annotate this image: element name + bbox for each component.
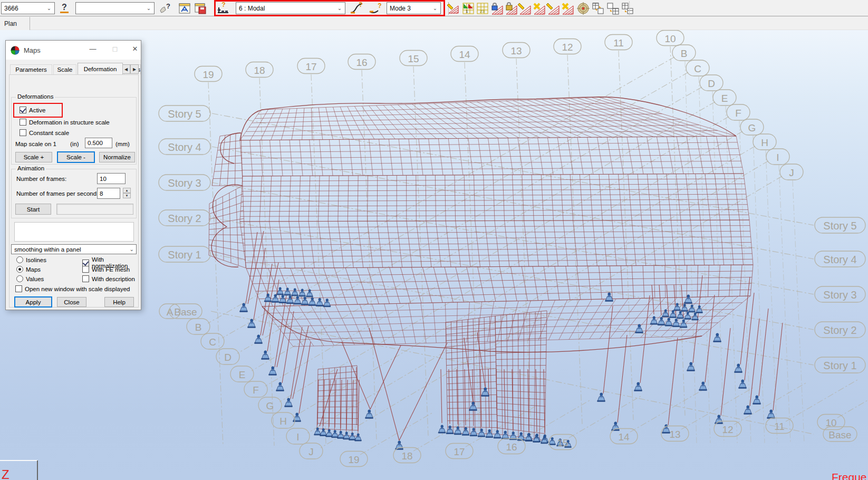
dialog-titlebar[interactable]: Maps — ◻ ✕ [6,41,141,60]
constant-scale-checkbox-box[interactable] [20,129,26,136]
smoothing-combo[interactable]: smoothing within a panel ⌄ [11,244,137,254]
isolines-label: Isolines [26,257,46,263]
apply-button[interactable]: Apply [14,296,52,308]
displacement-help-icon[interactable]: ? [368,2,382,15]
tab-scale[interactable]: Scale [53,64,76,74]
map-scale-input[interactable]: 0.500 [85,138,112,148]
frames-label: Number of frames: [16,176,66,182]
smoothing-value: smoothing within a panel [14,246,81,253]
fps-spinner[interactable]: ▲ ▼ [123,188,131,198]
unit-mm-label: (mm) [115,141,130,147]
selection-combo[interactable]: ⌄ [75,2,155,14]
center-view-icon[interactable] [576,2,590,15]
svg-text:?: ? [62,3,67,12]
svg-text:1: 1 [466,9,468,14]
open-new-window-label: Open new window with scale displayed [25,286,130,292]
locked-panel-icon[interactable] [504,2,518,15]
maps-radio[interactable]: Maps [16,266,41,273]
svg-text:?: ? [221,2,225,8]
scale-minus-button[interactable]: Scale - [57,151,95,163]
tab-plan[interactable]: Plan [0,17,30,30]
tab-parameters[interactable]: Parameters [10,64,52,74]
maps-dialog-icon [11,46,20,55]
with-description-checkbox[interactable]: With description [82,275,135,282]
tile-windows-icon-1[interactable] [591,2,605,15]
close-icon[interactable]: ✕ [126,41,144,56]
spinner-down-icon[interactable]: ▼ [123,193,131,198]
panel-grid-icon[interactable]: 23 [475,2,489,15]
unit-in-label: (in) [70,141,79,147]
frequency-label: Freque [832,471,867,480]
help-button[interactable]: Help [104,297,134,307]
with-fe-mesh-box[interactable] [82,266,89,273]
active-checkbox-box[interactable] [20,107,26,113]
close-button[interactable]: Close [57,297,86,307]
deformation-help-icon[interactable]: ? [349,2,363,15]
isolines-radio-circle[interactable] [16,256,23,263]
node-number-combo[interactable]: 3666 ⌄ [1,2,55,14]
pointer-help-icon[interactable]: ? [158,2,172,15]
svg-text:23: 23 [480,9,485,14]
values-radio[interactable]: Values [16,275,44,282]
tile-windows-icon-3[interactable] [620,2,634,15]
with-description-box[interactable] [82,275,89,282]
case-value: 6 : Modal [239,5,265,12]
structure-scale-checkbox-box[interactable] [20,119,26,126]
open-new-window-box[interactable] [15,285,22,292]
maximize-button[interactable]: ◻ [106,41,124,56]
mode-value: Mode 3 [390,5,411,12]
scale-plus-button[interactable]: Scale + [15,152,52,162]
chevron-down-icon[interactable]: ⌄ [144,3,153,13]
chevron-down-icon[interactable]: ⌄ [430,3,440,13]
maps-radio-circle[interactable] [16,266,23,273]
modal-case-icon[interactable]: ? [216,2,230,15]
with-fe-mesh-checkbox[interactable]: With FE mesh [82,266,130,273]
normalize-button[interactable]: Normalize [99,152,135,162]
tab-deformation[interactable]: Deformation [78,63,123,74]
delete-mesh-icon[interactable] [532,2,546,15]
node-number-value: 3666 [4,5,18,12]
with-fe-mesh-label: With FE mesh [92,266,130,273]
view-window-icon[interactable] [177,2,191,15]
frames-input[interactable]: 10 [97,173,126,184]
save-view-icon[interactable] [193,2,207,15]
tab-scroll-right-icon[interactable]: ▶ [130,64,139,74]
minimize-button[interactable]: — [84,41,102,56]
active-checkbox[interactable]: Active [20,107,45,113]
animation-progress-well [56,204,133,215]
tab-scroll-left-icon[interactable]: ◀ [122,64,130,74]
erase-mesh-icon[interactable] [560,2,574,15]
panel-numbers-icon[interactable]: 1 [461,2,475,15]
constant-scale-label: Constant scale [29,130,69,136]
wand-mesh-icon[interactable] [546,2,560,15]
structure-scale-label: Deformation in structure scale [29,119,110,126]
chevron-down-icon[interactable]: ⌄ [130,246,134,252]
active-label: Active [29,107,45,113]
dialog-title: Maps [24,46,41,54]
query-help-icon[interactable]: ? [58,2,72,15]
svg-text:?: ? [359,2,362,8]
preview-panel [14,222,134,242]
chevron-down-icon[interactable]: ⌄ [335,3,344,13]
fps-input[interactable]: 8 [97,188,120,199]
edit-panel-icon[interactable] [446,2,460,15]
values-radio-circle[interactable] [16,275,23,282]
structure-scale-checkbox[interactable]: Deformation in structure scale [20,119,110,126]
generate-mesh-icon[interactable] [517,2,532,15]
with-description-label: With description [92,276,135,282]
map-scale-label: Map scale on 1 [15,141,56,147]
constant-scale-checkbox[interactable]: Constant scale [20,129,69,136]
view-tab-bar: Plan [0,17,868,30]
lock-mesh-icon[interactable] [489,2,504,15]
tile-windows-icon-2[interactable] [605,2,620,15]
mode-combo[interactable]: Mode 3 ⌄ [387,2,441,14]
start-button[interactable]: Start [15,204,51,215]
animation-legend: Animation [16,165,46,171]
spinner-up-icon[interactable]: ▲ [123,188,131,193]
z-axis-label: Z [2,467,9,480]
with-normalization-box[interactable] [82,260,89,266]
isolines-radio[interactable]: Isolines [16,256,46,263]
open-new-window-checkbox[interactable]: Open new window with scale displayed [15,285,130,292]
case-combo[interactable]: 6 : Modal ⌄ [236,2,345,14]
chevron-down-icon[interactable]: ⌄ [44,3,54,13]
